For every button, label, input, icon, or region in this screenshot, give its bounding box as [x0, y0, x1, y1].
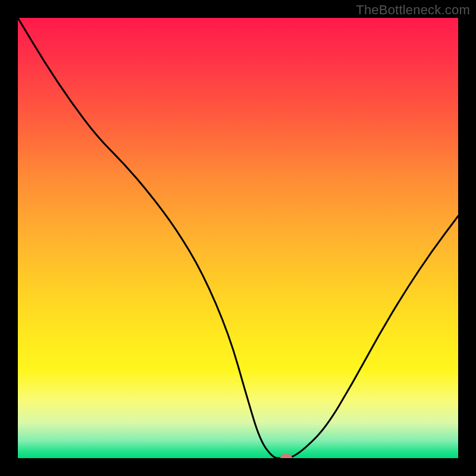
chart-frame: TheBottleneck.com: [0, 0, 476, 476]
watermark-text: TheBottleneck.com: [356, 2, 470, 18]
bottleneck-curve-path: [18, 18, 458, 458]
plot-area: [18, 18, 458, 458]
optimum-marker: [280, 454, 292, 458]
bottleneck-line-chart: [18, 18, 458, 458]
